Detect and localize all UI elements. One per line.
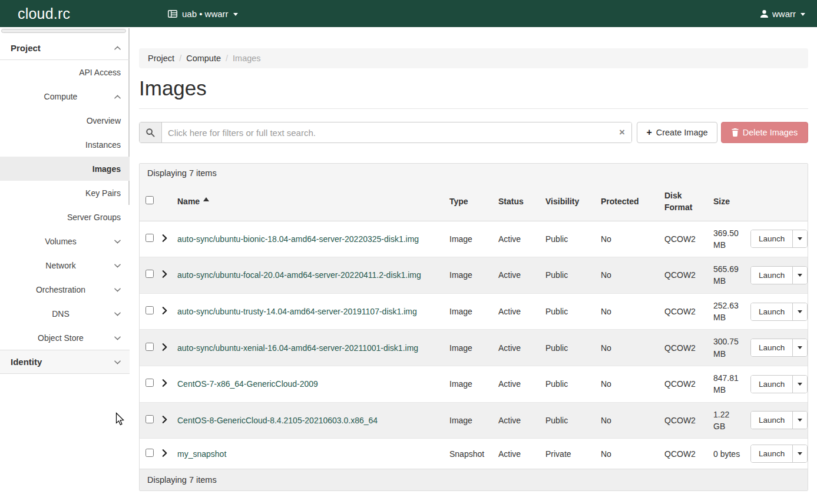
brand-logo[interactable]: cloud.rc — [0, 5, 70, 22]
launch-button[interactable]: Launch — [751, 230, 793, 247]
sidebar-item-api-access[interactable]: API Access — [0, 60, 130, 84]
column-header-disk-format[interactable]: Disk Format — [660, 183, 709, 221]
table-row: auto-sync/ubuntu-xenial-16.04-amd64-serv… — [140, 330, 808, 366]
launch-dropdown-toggle[interactable] — [793, 267, 807, 284]
sidebar-item-project[interactable]: Project — [0, 36, 130, 60]
row-checkbox[interactable] — [145, 415, 154, 423]
sidebar-item-images[interactable]: Images — [0, 157, 130, 181]
sidebar-item-dns[interactable]: DNS — [0, 301, 130, 326]
create-image-button[interactable]: + Create Image — [637, 122, 717, 143]
sidebar-item-volumes[interactable]: Volumes — [0, 229, 130, 253]
launch-dropdown-toggle[interactable] — [793, 303, 807, 320]
filter-search-input[interactable] — [162, 122, 613, 142]
cell-disk-format: QCOW2 — [660, 402, 709, 439]
dropdown-caret-icon — [798, 419, 802, 422]
sidebar-item-overview[interactable]: Overview — [0, 108, 130, 132]
row-checkbox[interactable] — [145, 306, 154, 314]
sidebar-item-label: API Access — [79, 68, 121, 77]
cell-visibility: Public — [541, 402, 596, 439]
image-name-link[interactable]: CentOS-7-x86_64-GenericCloud-2009 — [177, 378, 318, 390]
sidebar-item-compute[interactable]: Compute — [0, 84, 130, 108]
cell-protected: No — [596, 402, 660, 439]
row-checkbox[interactable] — [145, 270, 154, 278]
launch-split-button: Launch — [750, 303, 808, 321]
expand-chevron-icon[interactable] — [162, 343, 167, 351]
launch-button[interactable]: Launch — [751, 267, 793, 284]
expand-chevron-icon[interactable] — [162, 307, 167, 314]
cell-size: 847.81 MB — [709, 366, 746, 402]
column-header-protected[interactable]: Protected — [596, 183, 660, 221]
launch-button[interactable]: Launch — [751, 412, 793, 429]
delete-images-button[interactable]: Delete Images — [721, 122, 808, 143]
user-icon — [760, 10, 768, 18]
cell-status: Active — [494, 330, 541, 366]
launch-dropdown-toggle[interactable] — [793, 412, 807, 429]
images-table-panel: Displaying 7 items Name Type Status Visi… — [139, 163, 808, 491]
launch-button[interactable]: Launch — [751, 339, 793, 356]
select-all-checkbox[interactable] — [145, 196, 154, 204]
image-name-link[interactable]: my_snapshot — [177, 448, 226, 460]
column-header-status[interactable]: Status — [494, 183, 541, 221]
breadcrumb-project[interactable]: Project — [148, 54, 174, 63]
expand-chevron-icon[interactable] — [162, 379, 167, 387]
sidebar-item-object-store[interactable]: Object Store — [0, 326, 130, 350]
column-header-type[interactable]: Type — [445, 183, 494, 221]
launch-dropdown-toggle[interactable] — [793, 339, 807, 356]
expand-chevron-icon[interactable] — [162, 234, 167, 242]
row-checkbox[interactable] — [145, 379, 154, 387]
cell-size: 300.75 MB — [709, 330, 746, 366]
cell-status: Active — [494, 293, 541, 330]
table-footer: Displaying 7 items — [140, 469, 808, 490]
table-row: auto-sync/ubuntu-focal-20.04-amd64-serve… — [140, 257, 808, 294]
image-name-link[interactable]: auto-sync/ubuntu-focal-20.04-amd64-serve… — [177, 269, 421, 281]
chevron-down-icon — [233, 13, 238, 16]
sidebar-item-label: Server Groups — [67, 213, 121, 222]
project-switcher-dropdown[interactable]: uab • wwarr — [168, 0, 238, 27]
sidebar-item-server-groups[interactable]: Server Groups — [0, 205, 130, 229]
row-checkbox[interactable] — [145, 449, 154, 457]
user-menu-label: wwarr — [772, 9, 796, 19]
search-icon[interactable] — [140, 122, 162, 142]
images-table: Name Type Status Visibility Protected Di… — [140, 183, 808, 469]
column-header-name[interactable]: Name — [173, 183, 445, 221]
launch-dropdown-toggle[interactable] — [793, 445, 807, 462]
cell-size: 1.22 GB — [709, 402, 746, 439]
image-name-link[interactable]: auto-sync/ubuntu-bionic-18.04-amd64-serv… — [177, 233, 419, 245]
sidebar-item-label: Instances — [85, 140, 121, 150]
dropdown-caret-icon — [798, 346, 802, 349]
cell-disk-format: QCOW2 — [660, 257, 709, 294]
expand-chevron-icon[interactable] — [162, 270, 167, 278]
column-header-visibility[interactable]: Visibility — [541, 183, 596, 221]
launch-dropdown-toggle[interactable] — [793, 230, 807, 247]
sidebar-item-network[interactable]: Network — [0, 253, 130, 277]
image-name-link[interactable]: auto-sync/ubuntu-xenial-16.04-amd64-serv… — [177, 342, 418, 354]
expand-chevron-icon[interactable] — [162, 416, 167, 423]
launch-split-button: Launch — [750, 266, 808, 284]
chevron-down-icon — [801, 13, 805, 16]
row-checkbox[interactable] — [145, 234, 154, 242]
column-header-size[interactable]: Size — [709, 183, 746, 221]
image-name-link[interactable]: auto-sync/ubuntu-trusty-14.04-amd64-serv… — [177, 306, 417, 317]
user-menu-dropdown[interactable]: wwarr — [760, 0, 805, 27]
breadcrumb-compute[interactable]: Compute — [186, 54, 221, 63]
sidebar-item-label: Key Pairs — [85, 188, 121, 198]
cell-status: Active — [494, 366, 541, 402]
sidebar-item-identity[interactable]: Identity — [0, 350, 130, 374]
dropdown-caret-icon — [798, 383, 802, 386]
launch-button[interactable]: Launch — [751, 445, 793, 462]
sidebar-item-orchestration[interactable]: Orchestration — [0, 277, 130, 301]
expand-chevron-icon[interactable] — [162, 449, 167, 457]
launch-dropdown-toggle[interactable] — [793, 376, 807, 393]
sidebar-horizontal-scrollbar[interactable] — [1, 29, 126, 33]
row-checkbox[interactable] — [145, 343, 154, 351]
clear-icon[interactable]: × — [613, 122, 631, 142]
sidebar-item-key-pairs[interactable]: Key Pairs — [0, 181, 130, 205]
launch-button[interactable]: Launch — [751, 303, 793, 320]
cell-type: Image — [445, 330, 494, 366]
cell-protected: No — [596, 366, 660, 402]
image-name-link[interactable]: CentOS-8-GenericCloud-8.4.2105-20210603.… — [177, 415, 378, 426]
launch-button[interactable]: Launch — [751, 376, 793, 393]
table-row: CentOS-8-GenericCloud-8.4.2105-20210603.… — [140, 402, 808, 439]
sidebar-item-instances[interactable]: Instances — [0, 132, 130, 157]
cell-type: Image — [445, 402, 494, 439]
